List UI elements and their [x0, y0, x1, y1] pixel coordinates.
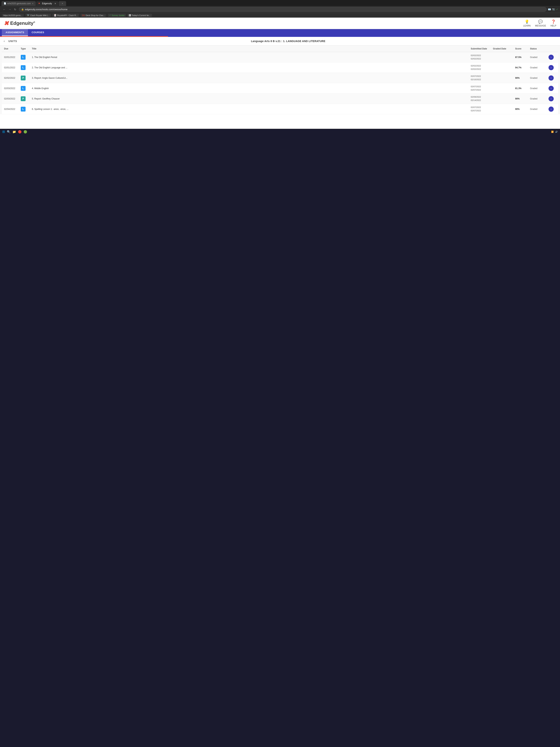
- refresh-button[interactable]: ↻: [13, 7, 18, 11]
- row5-arrow-button[interactable]: ›: [549, 96, 554, 101]
- bookmark4-icon: DS: [82, 14, 85, 17]
- bookmark2-label: Clash Royale Wiki |...: [30, 14, 49, 17]
- bookmark-today[interactable]: 🅱 Today's Current Ite...: [127, 14, 152, 17]
- browser-chrome: 📄 e//e2020.geniussis.com ✕ ✖ Edgenuity ✕…: [0, 0, 560, 134]
- unit-title: Language Arts 8 B v.21 : 1. LANGUAGE AND…: [20, 40, 556, 43]
- search-taskbar-icon[interactable]: 🔍: [7, 130, 10, 134]
- row1-type: L: [21, 55, 32, 60]
- new-tab-icon: +: [62, 2, 63, 5]
- type-badge-L: L: [21, 55, 26, 60]
- back-arrow-button[interactable]: ‹: [4, 40, 5, 43]
- units-header: ‹ UNITS Language Arts 8 B v.21 : 1. LANG…: [0, 37, 560, 46]
- row5-status: Graded: [530, 98, 549, 100]
- table-row: 02/03/2022 L 4. Middle English 02/07/202…: [2, 83, 558, 94]
- tab1-close[interactable]: ✕: [32, 2, 33, 5]
- app-tab-bar: ASSIGNMENTS COURSES: [0, 29, 560, 36]
- check-icon: ✓: [109, 14, 111, 17]
- row5-due: 02/03/2022: [4, 98, 21, 100]
- app-container: ✖ Edgenuity® 💡 LEARN 💬 MESSAGE ❓ HELP: [0, 18, 560, 129]
- tab1-label: e//e2020.geniussis.com: [7, 2, 31, 5]
- table-row: 02/03/2022 P 5. Report: Geoffrey Chaucer…: [2, 94, 558, 104]
- lock-icon: 🔒: [21, 8, 24, 10]
- bookmark3-label: RoyaleAPI - Clash R...: [57, 14, 78, 17]
- row6-submitted: 02/07/2022: [471, 106, 493, 109]
- row4-arrow-button[interactable]: ›: [549, 86, 554, 91]
- message-label: MESSAGE: [535, 24, 546, 27]
- row6-type: L: [21, 107, 32, 111]
- type-badge-L2: L: [21, 65, 26, 70]
- file-explorer-icon[interactable]: 📁: [12, 130, 16, 134]
- row3-score-val: 90%: [515, 77, 530, 79]
- row2-due: 02/01/2022: [4, 66, 21, 69]
- col-title: Title: [32, 47, 471, 50]
- url-text: edgenuity.sooschools.com/owsoo/home: [25, 8, 68, 11]
- row6-title: 6. Spelling Lesson 1: -ance, -ence, ...: [32, 108, 471, 110]
- type-badge-L4: L: [21, 86, 26, 91]
- browser-tabs: 📄 e//e2020.geniussis.com ✕ ✖ Edgenuity ✕…: [0, 0, 560, 6]
- bookmark-survey[interactable]: ✓ Survey Junkie: [108, 14, 126, 17]
- help-icon: ❓: [551, 20, 556, 24]
- tab-assignments[interactable]: ASSIGNMENTS: [2, 29, 28, 36]
- windows-logo[interactable]: ⊞: [2, 130, 5, 134]
- tab-courses[interactable]: COURSES: [28, 29, 48, 36]
- learn-nav[interactable]: 💡 LEARN: [523, 20, 531, 27]
- url-bar[interactable]: 🔒 edgenuity.sooschools.com/owsoo/home: [19, 7, 546, 12]
- row2-type: L: [21, 65, 32, 70]
- row6-arrow-button[interactable]: ›: [549, 106, 554, 112]
- taskbar-app-red[interactable]: 🔴: [18, 130, 22, 134]
- row2-title: 2. The Old English Language and ...: [32, 66, 471, 69]
- row2-submitted: 02/02/2022: [471, 65, 493, 67]
- bookmark-1[interactable]: https://e2020.geniu...: [2, 14, 24, 17]
- bookmark3-icon: 🃏: [54, 14, 56, 17]
- row3-dates: 02/07/2022 02/10/2022: [471, 75, 493, 81]
- header-nav: 💡 LEARN 💬 MESSAGE ❓ HELP: [523, 20, 556, 27]
- new-tab-button[interactable]: +: [59, 1, 66, 6]
- tab2-close[interactable]: ✕: [54, 2, 56, 5]
- col-action: [549, 47, 556, 50]
- row4-submitted: 02/07/2022: [471, 85, 493, 88]
- forward-button[interactable]: →: [7, 7, 12, 11]
- row6-due: 02/04/2022: [4, 108, 21, 110]
- back-button[interactable]: ←: [2, 7, 7, 11]
- bookmark-4[interactable]: DS Deck Shop for Clas...: [81, 14, 106, 17]
- bookmark-3[interactable]: 🃏 RoyaleAPI - Clash R...: [52, 14, 79, 17]
- row2-graded: 02/02/2022: [471, 68, 493, 71]
- tab-2[interactable]: ✖ Edgenuity ✕: [36, 1, 58, 6]
- table-header: Due Type Title Submitted Date Graded Dat…: [2, 46, 558, 52]
- help-nav[interactable]: ❓ HELP: [551, 20, 556, 27]
- taskbar-left: ⊞ 🔍 📁 🔴 🟢: [2, 130, 27, 134]
- message-nav[interactable]: 💬 MESSAGE: [535, 20, 546, 27]
- row1-score-val: 87.5%: [515, 56, 530, 58]
- address-bar-row: ← → ↻ 🔒 edgenuity.sooschools.com/owsoo/h…: [0, 6, 560, 13]
- row6-score-val: 90%: [515, 108, 530, 110]
- nav-buttons: ← → ↻: [2, 7, 18, 11]
- row1-submitted: 02/02/2022: [471, 54, 493, 57]
- help-label: HELP: [551, 24, 556, 27]
- row3-arrow-button[interactable]: ›: [549, 75, 554, 81]
- bookmark1-label: https://e2020.geniu...: [3, 14, 22, 17]
- type-badge-P5: P: [21, 96, 26, 101]
- row2-status: Graded: [530, 66, 549, 69]
- tab-1[interactable]: 📄 e//e2020.geniussis.com ✕: [1, 1, 36, 6]
- tab2-label: Edgenuity: [42, 2, 52, 5]
- row1-status: Graded: [530, 56, 549, 58]
- learn-label: LEARN: [523, 24, 531, 27]
- registered-mark: ®: [33, 21, 35, 24]
- table-row: 02/01/2022 L 1. The Old English Period 0…: [2, 52, 558, 62]
- row6-status: Graded: [530, 108, 549, 110]
- row5-type: P: [21, 96, 32, 101]
- extension-icon-2[interactable]: 📷: [552, 8, 555, 11]
- row2-arrow-button[interactable]: ›: [549, 65, 554, 70]
- taskbar-app-green[interactable]: 🟢: [24, 130, 27, 134]
- logo-text: Edgenuity®: [10, 20, 35, 26]
- row4-type: L: [21, 86, 32, 91]
- table-row: 02/04/2022 L 6. Spelling Lesson 1: -ance…: [2, 104, 558, 114]
- bookmark-2[interactable]: ⚔️ Clash Royale Wiki |...: [25, 14, 51, 17]
- table-row: 02/01/2022 L 2. The Old English Language…: [2, 62, 558, 73]
- taskbar-network-icon: 📶: [551, 131, 554, 133]
- extension-icon-3[interactable]: ✓: [556, 8, 558, 11]
- extension-icon-1[interactable]: 📧: [548, 8, 551, 11]
- row1-arrow-button[interactable]: ›: [549, 55, 554, 60]
- tab1-favicon: 📄: [4, 2, 6, 5]
- row5-graded: 02/14/2022: [471, 99, 493, 102]
